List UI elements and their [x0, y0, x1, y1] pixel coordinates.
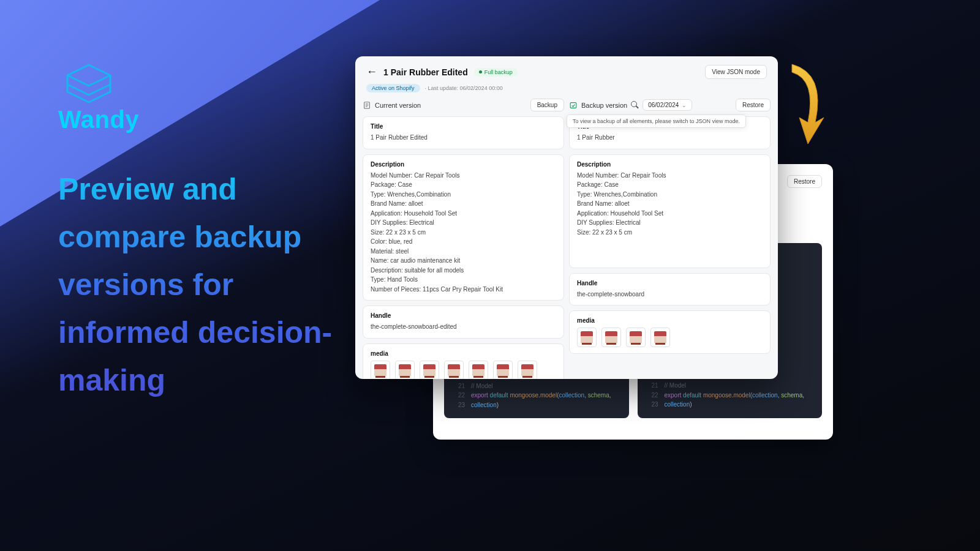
media-thumb[interactable] — [650, 328, 670, 347]
compare-card: ← 1 Pair Rubber Edited Full backup View … — [355, 56, 778, 379]
restore-button[interactable]: Restore — [736, 99, 771, 111]
media-label-left: media — [371, 350, 556, 357]
search-icon[interactable] — [631, 101, 639, 109]
desc-value-left: Model Number: Car Repair Tools Package: … — [371, 171, 556, 294]
curved-arrow-icon — [786, 61, 832, 147]
brand-name: Wandy — [58, 106, 139, 133]
media-thumb[interactable] — [371, 361, 390, 380]
media-thumb[interactable] — [444, 361, 464, 380]
media-thumb[interactable] — [577, 328, 597, 347]
media-thumb[interactable] — [626, 328, 646, 347]
marketing-headline: Preview and compare backup versions for … — [58, 165, 346, 404]
media-thumb[interactable] — [493, 361, 513, 380]
handle-label-right: Handle — [577, 280, 763, 287]
backup-version-heading: Backup version — [581, 102, 627, 109]
chevron-down-icon: ⌄ — [682, 102, 687, 108]
handle-label-left: Handle — [371, 312, 556, 319]
back-arrow-icon[interactable]: ← — [366, 66, 377, 78]
tooltip: To view a backup of all elements, please… — [567, 114, 746, 128]
current-version-heading: Current version — [375, 102, 421, 109]
svg-rect-4 — [570, 102, 576, 108]
backup-button[interactable]: Backup — [530, 99, 564, 111]
backup-icon — [569, 101, 578, 110]
view-json-button[interactable]: View JSON mode — [705, 65, 767, 79]
brand-logo-icon — [58, 60, 119, 106]
media-thumb[interactable] — [420, 361, 439, 380]
desc-label-left: Description — [371, 161, 556, 168]
desc-label-right: Description — [577, 161, 763, 168]
last-update-text: · Last update: 06/02/2024 00:00 — [425, 85, 503, 91]
brand-block: Wandy — [58, 60, 139, 133]
title-value-right: 1 Pair Rubber — [577, 133, 763, 143]
media-label-right: media — [577, 317, 763, 324]
desc-value-right: Model Number: Car Repair Tools Package: … — [577, 171, 763, 238]
handle-value-left: the-complete-snowboard-edited — [371, 322, 556, 332]
media-thumb[interactable] — [601, 328, 621, 347]
date-picker[interactable]: 06/02/2024⌄ — [643, 99, 692, 111]
title-label-left: Title — [371, 123, 556, 130]
media-thumb[interactable] — [469, 361, 488, 380]
handle-value-right: the-complete-snowboard — [577, 290, 763, 299]
full-backup-badge: Full backup — [474, 68, 518, 77]
media-thumb[interactable] — [518, 361, 537, 380]
restore-button-back[interactable]: Restore — [787, 175, 822, 188]
title-value-left: 1 Pair Rubber Edited — [371, 133, 556, 143]
active-badge: Active on Shopify — [366, 84, 420, 92]
media-thumb[interactable] — [395, 361, 415, 380]
document-icon — [363, 101, 371, 110]
page-title: 1 Pair Rubber Edited — [383, 67, 468, 77]
